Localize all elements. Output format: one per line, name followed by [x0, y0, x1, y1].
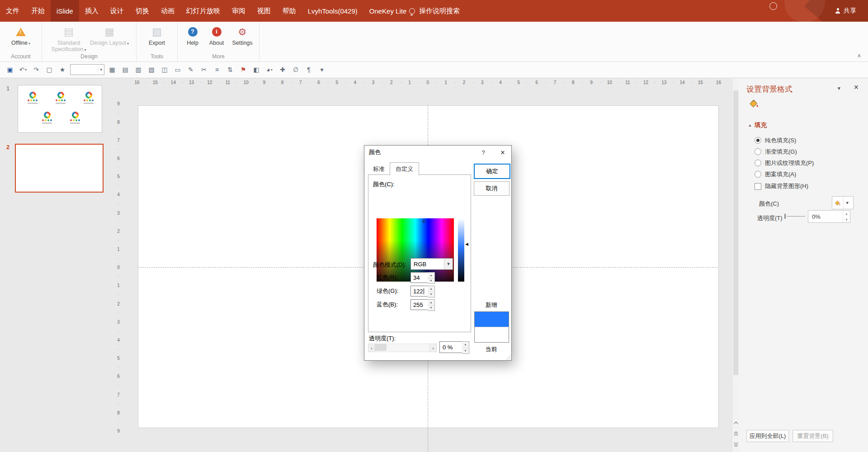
pane-color-label: 颜色(C)	[759, 200, 779, 208]
dialog-title-bar[interactable]: 颜色	[364, 146, 511, 159]
menu-tab-动画[interactable]: 动画	[155, 0, 180, 22]
format-painter-icon[interactable]: ★	[57, 64, 68, 75]
undo-icon[interactable]: ↶▾	[18, 64, 28, 75]
scrollbar-thumb[interactable]	[733, 90, 738, 375]
dialog-resize-grip[interactable]	[505, 354, 511, 360]
menu-tab-审阅[interactable]: 审阅	[226, 0, 251, 22]
contrast-icon[interactable]: ◧	[251, 64, 262, 75]
scroll-up-button[interactable]	[732, 419, 740, 427]
redo-icon[interactable]: ↷	[31, 64, 42, 75]
next-slide-button[interactable]	[732, 440, 740, 448]
ruler-tick: ·	[118, 219, 119, 224]
ruler-tick: ·	[118, 110, 119, 115]
menu-tab-幻灯片放映[interactable]: 幻灯片放映	[180, 0, 226, 22]
dialog-help-button[interactable]: ?	[477, 147, 489, 158]
columns-icon[interactable]: ◫	[159, 64, 170, 75]
menu-tab-iSlide[interactable]: iSlide	[51, 0, 79, 22]
fill-section-header[interactable]: ▲ 填充	[748, 121, 767, 129]
transparency-slider-thumb[interactable]	[784, 214, 786, 219]
ruler-tick: ·	[118, 128, 119, 133]
save-icon[interactable]: ▣	[5, 64, 15, 75]
more-icon[interactable]: ▾	[316, 64, 327, 75]
list-icon[interactable]: ≡	[212, 64, 222, 75]
colors-label: 颜色(C):	[373, 180, 395, 188]
menu-tab-插入[interactable]: 插入	[79, 0, 104, 22]
ribbon: ! Offline▾ Account ▤ Standard Specificat…	[0, 22, 868, 62]
slide-thumbnail-2-selected[interactable]	[15, 144, 104, 193]
fill-color-button[interactable]: ▼	[832, 196, 854, 209]
spectrum-cursor[interactable]	[422, 219, 426, 223]
sort-icon[interactable]: ⇅	[225, 64, 236, 75]
pane-transparency-spinner[interactable]: ▲▼	[843, 211, 850, 222]
cancel-button[interactable]: 取消	[474, 181, 509, 196]
ruler-number: 12	[207, 80, 212, 85]
new-slide-icon[interactable]: ▦	[107, 64, 118, 75]
collapse-ribbon-button[interactable]: ∧	[857, 52, 861, 59]
color-preview-swatches	[474, 311, 509, 343]
menu-tab-帮助[interactable]: 帮助	[277, 0, 302, 22]
radio-icon	[755, 160, 761, 166]
no-fill-icon[interactable]: ∅	[290, 64, 301, 75]
ruler-number: 8	[572, 80, 575, 85]
menu-tab-开始[interactable]: 开始	[25, 0, 51, 22]
flag-icon[interactable]: ⚑	[238, 64, 249, 75]
ruler-number: 3	[481, 80, 484, 85]
pane-transparency-input[interactable]: 0% ▲▼	[808, 210, 850, 223]
table-icon[interactable]: ▥	[133, 64, 144, 75]
cut-icon[interactable]: ✂	[198, 64, 209, 75]
menu-tab-设计[interactable]: 设计	[104, 0, 130, 22]
color-mode-label: 颜色模式(D):	[373, 261, 406, 269]
font-combo[interactable]: ▾	[70, 64, 104, 75]
pane-options-dropdown[interactable]: ▼	[837, 86, 841, 91]
layout-icon[interactable]: ▤	[120, 64, 131, 75]
edit-icon[interactable]: ✎	[185, 64, 196, 75]
transparency-track[interactable]	[374, 344, 430, 352]
ok-button[interactable]: 确定	[474, 164, 510, 179]
fill-option-4[interactable]: 图案填充(A)	[755, 169, 861, 180]
red-spinner[interactable]: ▲▼	[428, 272, 435, 284]
offline-label: Offline	[11, 40, 28, 46]
tell-me-search[interactable]: 操作说明搜索	[409, 0, 460, 22]
shading-icon[interactable]: ▧	[146, 64, 157, 75]
menu-tab-OneKey Lite[interactable]: OneKey Lite	[363, 0, 413, 22]
reset-background-button[interactable]: 重置背景(B)	[793, 430, 833, 442]
fill-option-3[interactable]: 图片或纹理填充(P)	[755, 157, 861, 169]
canvas-vertical-scrollbar[interactable]	[732, 78, 740, 452]
avatar[interactable]	[769, 2, 777, 10]
dialog-close-button[interactable]: ✕	[496, 147, 509, 158]
grid-icon: ▦	[104, 27, 114, 37]
color-mode-select[interactable]: RGB ▼	[410, 258, 453, 270]
blue-spinner[interactable]: ▲▼	[428, 299, 435, 311]
tab-custom[interactable]: 自定义	[390, 162, 419, 175]
hide-background-option[interactable]: 隐藏背景图形(H)	[755, 182, 808, 190]
transparency-thumb[interactable]	[375, 344, 387, 351]
fill-option-1[interactable]: 纯色填充(S)	[755, 135, 861, 146]
menu-tab-切换[interactable]: 切换	[130, 0, 155, 22]
slide-thumbnail-1[interactable]	[18, 85, 102, 133]
tab-standard[interactable]: 标准	[368, 163, 390, 175]
green-spinner[interactable]: ▲▼	[428, 286, 435, 297]
apply-to-all-button[interactable]: 应用到全部(L)	[746, 430, 789, 442]
previous-slide-button[interactable]	[732, 429, 740, 438]
fill-color-icon[interactable]: ◕▾	[264, 64, 275, 75]
share-button[interactable]: 共享	[835, 7, 856, 15]
paragraph-icon[interactable]: ¶	[303, 64, 314, 75]
transparency-slider[interactable]	[784, 213, 805, 219]
menu-tab-视图[interactable]: 视图	[251, 0, 277, 22]
slide-preview-icon[interactable]: ▢	[44, 64, 55, 75]
fill-option-2[interactable]: 渐变填充(G)	[755, 146, 861, 157]
crosshair-icon[interactable]: ✚	[277, 64, 288, 75]
ruler-number: 1	[445, 80, 448, 85]
luminance-slider-arrow[interactable]: ◀	[465, 242, 468, 246]
transparency-spinner[interactable]: ▲▼	[462, 341, 469, 354]
hide-background-checkbox[interactable]	[755, 183, 761, 190]
ruler-number: 14	[171, 80, 176, 85]
menu-tab-LvyhTools(0429)[interactable]: LvyhTools(0429)	[302, 0, 363, 22]
pane-close-button[interactable]: ✕	[854, 84, 859, 91]
text-box-icon[interactable]: ▭	[172, 64, 183, 75]
fill-bucket-icon[interactable]	[748, 98, 759, 108]
slider-right-arrow[interactable]: ›	[429, 344, 437, 352]
ruler-tick: ·	[118, 165, 119, 170]
ruler-number: 2	[117, 301, 120, 306]
menu-tab-文件[interactable]: 文件	[0, 0, 25, 22]
